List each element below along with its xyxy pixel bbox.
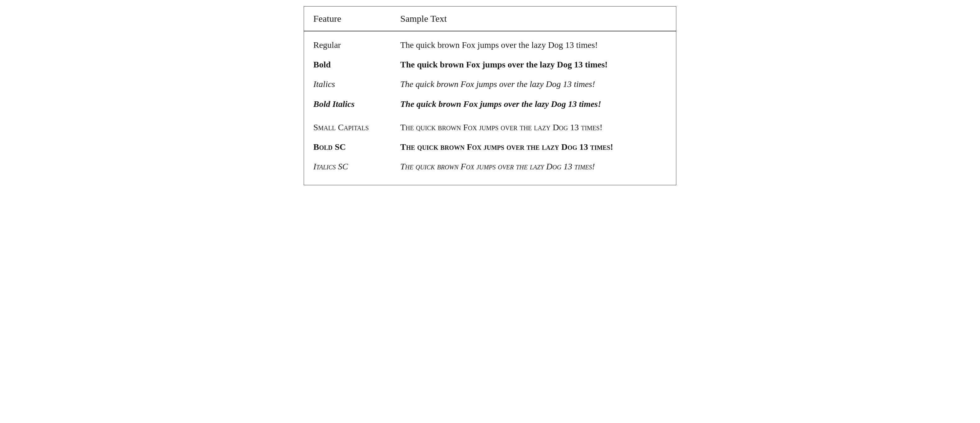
sample-cell: The quick brown Fox jumps over the lazy … xyxy=(391,74,676,94)
table-row: Bold Italics The quick brown Fox jumps o… xyxy=(304,94,676,114)
sample-cell: The quick brown Fox jumps over the lazy … xyxy=(391,35,676,55)
table-row: Italics SC The quick brown Fox jumps ove… xyxy=(304,156,676,176)
table-row: Regular The quick brown Fox jumps over t… xyxy=(304,35,676,55)
sample-header-label: Sample Text xyxy=(400,13,447,24)
spacer-row xyxy=(304,176,676,185)
spacer-row xyxy=(304,31,676,35)
sample-cell: The quick brown Fox jumps over the lazy … xyxy=(391,94,676,114)
sample-column-header: Sample Text xyxy=(391,6,676,31)
feature-column-header: Feature xyxy=(304,6,391,31)
feature-cell: Small Capitals xyxy=(304,118,391,137)
sample-cell: The quick brown Fox jumps over the lazy … xyxy=(391,55,676,74)
feature-cell: Italics SC xyxy=(304,156,391,176)
table-row: Italics The quick brown Fox jumps over t… xyxy=(304,74,676,94)
spacer-row xyxy=(304,114,676,118)
table-row: Bold The quick brown Fox jumps over the … xyxy=(304,55,676,74)
table-row: Small Capitals The quick brown Fox jumps… xyxy=(304,118,676,137)
feature-cell: Bold Italics xyxy=(304,94,391,114)
feature-cell: Bold xyxy=(304,55,391,74)
feature-header-label: Feature xyxy=(313,13,341,24)
feature-cell: Italics xyxy=(304,74,391,94)
table-row: Bold SC The quick brown Fox jumps over t… xyxy=(304,137,676,156)
sample-cell: The quick brown Fox jumps over the lazy … xyxy=(391,137,676,156)
feature-cell: Regular xyxy=(304,35,391,55)
feature-cell: Bold SC xyxy=(304,137,391,156)
sample-cell: The quick brown Fox jumps over the lazy … xyxy=(391,118,676,137)
sample-cell: The quick brown Fox jumps over the lazy … xyxy=(391,156,676,176)
font-features-table: Feature Sample Text Regular The quick br… xyxy=(304,6,676,185)
